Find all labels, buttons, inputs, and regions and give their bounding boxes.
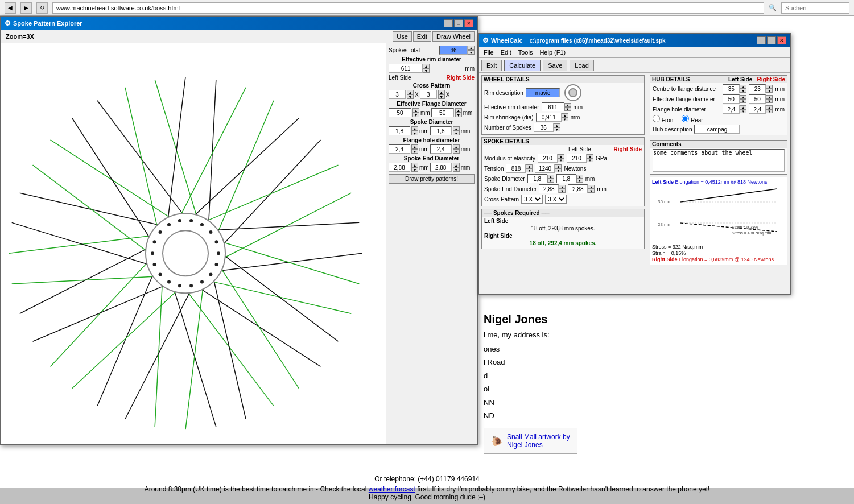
hub-flange-hole-right-input[interactable] bbox=[749, 105, 766, 114]
back-button[interactable]: ◀ bbox=[5, 2, 16, 14]
rear-radio-label[interactable]: Rear bbox=[682, 115, 703, 123]
eff-rim-dia-input[interactable] bbox=[389, 64, 423, 73]
centre-flange-right-input[interactable] bbox=[749, 84, 766, 93]
rim-dia-down-btn[interactable]: ▼ bbox=[423, 68, 430, 73]
wc-spoke-end-left-down[interactable]: ▼ bbox=[559, 189, 566, 193]
shrinkage-down[interactable]: ▼ bbox=[562, 117, 568, 121]
draw-patterns-button[interactable]: Draw pretty patterns! bbox=[389, 174, 475, 184]
spe-maximize-btn[interactable]: □ bbox=[454, 19, 463, 27]
exit-button[interactable]: Exit bbox=[413, 31, 431, 42]
spoke-dia-right-input[interactable] bbox=[430, 126, 452, 135]
spoke-dia-left-up[interactable]: ▲ bbox=[411, 126, 418, 131]
flange-hole-right-down[interactable]: ▼ bbox=[453, 149, 460, 154]
wc-spoke-end-right-up[interactable]: ▲ bbox=[588, 185, 595, 189]
tension-left-input[interactable] bbox=[506, 164, 526, 173]
hef-left-down[interactable]: ▼ bbox=[740, 99, 746, 103]
flange-hole-left-up[interactable]: ▲ bbox=[411, 144, 418, 149]
flange-left-down[interactable]: ▼ bbox=[412, 113, 419, 117]
wc-spoke-dia-left-input[interactable] bbox=[527, 174, 547, 183]
cf-right-down[interactable]: ▼ bbox=[766, 89, 773, 93]
spoke-end-left-down[interactable]: ▼ bbox=[411, 167, 418, 172]
cross-left-select[interactable]: 3 X2 X1 X4 X bbox=[521, 195, 543, 204]
cross-left-up[interactable]: ▲ bbox=[407, 90, 414, 94]
modulus-left-up[interactable]: ▲ bbox=[558, 154, 564, 158]
modulus-right-input[interactable] bbox=[567, 154, 587, 163]
spe-close-btn[interactable]: ✕ bbox=[464, 19, 473, 27]
cross-right-select[interactable]: 3 X2 X1 X4 X bbox=[545, 195, 567, 204]
flange-hole-left-input[interactable] bbox=[389, 144, 410, 154]
flange-right-down[interactable]: ▼ bbox=[455, 113, 462, 117]
hub-flange-hole-left-input[interactable] bbox=[723, 105, 740, 114]
wc-close-btn[interactable]: ✕ bbox=[777, 36, 786, 44]
wc-maximize-btn[interactable]: □ bbox=[767, 36, 776, 44]
hub-eff-flange-left-input[interactable] bbox=[723, 94, 740, 104]
rear-radio[interactable] bbox=[682, 115, 689, 122]
spoke-dia-right-down[interactable]: ▼ bbox=[453, 131, 460, 135]
wc-spoke-dia-right-down[interactable]: ▼ bbox=[576, 179, 583, 183]
shrinkage-up[interactable]: ▲ bbox=[562, 113, 568, 117]
hef-right-down[interactable]: ▼ bbox=[766, 99, 773, 103]
hfh-right-down[interactable]: ▼ bbox=[766, 109, 773, 113]
menu-edit[interactable]: Edit bbox=[500, 49, 513, 56]
hef-left-up[interactable]: ▲ bbox=[740, 95, 746, 99]
wc-spoke-end-left-up[interactable]: ▲ bbox=[559, 185, 566, 189]
wc-spoke-end-left-input[interactable] bbox=[539, 184, 559, 193]
spe-minimize-btn[interactable]: _ bbox=[444, 19, 453, 27]
wc-minimize-btn[interactable]: _ bbox=[757, 36, 766, 44]
modulus-right-down[interactable]: ▼ bbox=[587, 158, 593, 162]
hfh-left-down[interactable]: ▼ bbox=[740, 109, 746, 113]
wc-spoke-dia-left-up[interactable]: ▲ bbox=[547, 175, 554, 179]
cf-left-down[interactable]: ▼ bbox=[740, 89, 746, 93]
refresh-button[interactable]: ↻ bbox=[36, 2, 48, 14]
tension-left-up[interactable]: ▲ bbox=[526, 164, 533, 168]
flange-hole-left-down[interactable]: ▼ bbox=[411, 149, 418, 154]
tension-left-down[interactable]: ▼ bbox=[526, 168, 533, 172]
cross-right-up[interactable]: ▲ bbox=[438, 90, 445, 94]
flange-right-up[interactable]: ▲ bbox=[455, 108, 462, 113]
front-radio-label[interactable]: Front bbox=[653, 115, 675, 123]
spoke-end-right-down[interactable]: ▼ bbox=[453, 167, 460, 172]
hfh-left-up[interactable]: ▲ bbox=[740, 105, 746, 109]
url-bar[interactable] bbox=[52, 2, 764, 14]
tension-right-input[interactable] bbox=[535, 164, 555, 173]
use-button[interactable]: Use bbox=[393, 31, 412, 42]
cross-left-down[interactable]: ▼ bbox=[407, 94, 414, 99]
wc-spoke-end-right-down[interactable]: ▼ bbox=[588, 189, 595, 193]
menu-tools[interactable]: Tools bbox=[517, 49, 534, 56]
spokes-num-down[interactable]: ▼ bbox=[554, 127, 560, 131]
modulus-right-up[interactable]: ▲ bbox=[587, 154, 593, 158]
spoke-dia-right-up[interactable]: ▲ bbox=[453, 126, 460, 131]
hub-desc-input[interactable] bbox=[694, 125, 740, 134]
rim-desc-input[interactable] bbox=[526, 88, 560, 97]
spokes-up-btn[interactable]: ▲ bbox=[468, 46, 475, 50]
wc-spoke-dia-right-input[interactable] bbox=[556, 174, 576, 183]
wc-eff-rim-dia-input[interactable] bbox=[542, 102, 564, 111]
wc-rim-down[interactable]: ▼ bbox=[564, 107, 571, 111]
flange-left-up[interactable]: ▲ bbox=[412, 108, 419, 113]
modulus-left-input[interactable] bbox=[538, 154, 558, 163]
search-input[interactable] bbox=[781, 2, 849, 14]
menu-file[interactable]: File bbox=[482, 49, 495, 56]
wc-exit-btn[interactable]: Exit bbox=[481, 60, 502, 71]
wc-save-btn[interactable]: Save bbox=[543, 60, 567, 71]
tension-right-down[interactable]: ▼ bbox=[555, 168, 562, 172]
centre-flange-left-input[interactable] bbox=[723, 84, 740, 93]
modulus-left-down[interactable]: ▼ bbox=[558, 158, 564, 162]
num-spokes-input[interactable] bbox=[534, 123, 554, 132]
hub-eff-flange-right-input[interactable] bbox=[749, 94, 766, 104]
draw-wheel-button[interactable]: Draw Wheel bbox=[432, 31, 475, 42]
hfh-right-up[interactable]: ▲ bbox=[766, 105, 773, 109]
spoke-end-left-up[interactable]: ▲ bbox=[411, 163, 418, 167]
flange-hole-right-up[interactable]: ▲ bbox=[453, 144, 460, 149]
menu-help[interactable]: Help (F1) bbox=[538, 49, 567, 56]
wc-load-btn[interactable]: Load bbox=[570, 60, 593, 71]
spoke-dia-left-down[interactable]: ▼ bbox=[411, 131, 418, 135]
spoke-end-right-up[interactable]: ▲ bbox=[453, 163, 460, 167]
rim-shrinkage-input[interactable] bbox=[536, 113, 562, 122]
wc-rim-up[interactable]: ▲ bbox=[564, 103, 571, 107]
wc-spoke-dia-left-down[interactable]: ▼ bbox=[547, 179, 554, 183]
spoke-end-right-input[interactable] bbox=[430, 163, 452, 172]
tension-right-up[interactable]: ▲ bbox=[555, 164, 562, 168]
wc-calculate-btn[interactable]: Calculate bbox=[504, 60, 541, 71]
spokes-total-input[interactable] bbox=[439, 46, 468, 55]
